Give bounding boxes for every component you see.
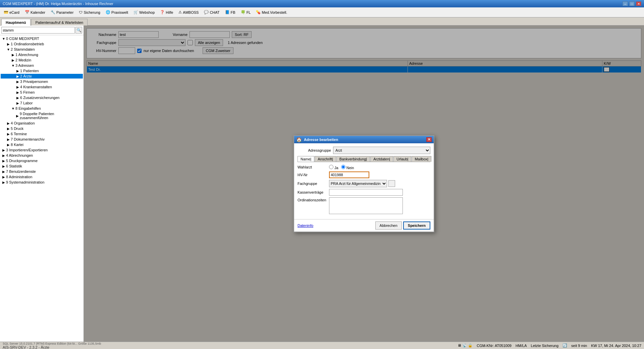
tree-expander-abrech: ▶ <box>1 154 6 157</box>
title-bar: CGM MEDXPERT - (HM) Dr. Helga Musterärzt… <box>0 0 644 7</box>
tree-expander-aerzte: ▶ <box>15 74 20 78</box>
fl-icon: 🍀 <box>241 10 246 14</box>
sidebar-item-abr[interactable]: ▶1 Abrechnung <box>1 52 83 57</box>
ordinationszeiten-label: Ordinationszeiten <box>298 197 328 202</box>
tree-expander-benutzer: ▶ <box>1 170 6 173</box>
adressgruppe-select[interactable]: Arzt <box>333 147 430 154</box>
sidebar-item-doppel[interactable]: ▶9 Doppelte Patienten zusammenführen <box>1 111 83 120</box>
tree-label-termine: 6 Termine <box>11 132 27 136</box>
tree-expander-druckp: ▶ <box>1 159 6 163</box>
sidebar-item-aerzte[interactable]: ▶2 Ärzte <box>1 73 83 79</box>
sidebar-item-druckp[interactable]: ▶5 Druckprogramme <box>1 158 83 163</box>
sidebar-item-abrech[interactable]: ▶4 Abrechnungen <box>1 153 83 158</box>
wahlarzt-ja-label: Ja <box>329 165 338 170</box>
fachgruppe-modal-label: Fachgruppe <box>298 182 328 186</box>
fachgruppe-modal-select[interactable]: PRA Arzt für Allgemeinmedizin <box>329 180 387 187</box>
tree-expander-pat: ▶ <box>15 69 20 73</box>
sidebar-item-doku[interactable]: ▶7 Dokumentenarchiv <box>1 137 83 142</box>
tree-expander-doku: ▶ <box>6 138 11 141</box>
fl-button[interactable]: 🍀 FL <box>238 8 253 16</box>
sidebar-item-labor[interactable]: ▶7 Labor <box>1 100 83 106</box>
sidebar-item-firmen[interactable]: ▶5 Firmen <box>1 90 83 95</box>
sidebar-item-statistik[interactable]: ▶6 Statistik <box>1 163 83 169</box>
dateninfo-link[interactable]: Dateninfo <box>298 223 313 228</box>
sidebar-search-input[interactable] <box>1 27 75 34</box>
tree-expander-zusatz: ▶ <box>15 96 20 100</box>
sidebar-item-root[interactable]: ▼0 CGM MEDXPERT <box>1 36 83 41</box>
tree-expander-priv: ▶ <box>15 80 20 84</box>
tree-label-zusatz: 6 Zusatzversicherungen <box>20 96 59 100</box>
ordinationszeiten-textarea[interactable] <box>329 197 403 214</box>
sidebar-item-kranken[interactable]: ▶4 Krankenanstalten <box>1 84 83 90</box>
kassenvertraege-input[interactable] <box>329 189 403 196</box>
sidebar-item-druck[interactable]: ▶5 Druck <box>1 126 83 131</box>
address-edit-modal: 🏠 Adresse bearbeiten ✕ Adressgruppe Arzt <box>293 135 434 232</box>
sicherung-button[interactable]: 🛡 Sicherung <box>76 8 103 16</box>
tab-bar: Hauptmenü Patientenaufruf & Wartelisten <box>0 17 644 26</box>
tree-label-druck: 5 Druck <box>11 127 23 131</box>
sidebar-item-org[interactable]: ▶4 Organisation <box>1 120 83 126</box>
hm-la: HM/LA <box>516 344 527 348</box>
hilfe-button[interactable]: ❓ Hilfe <box>158 8 175 16</box>
tree-expander-admin: ▶ <box>1 175 6 179</box>
sidebar-item-stamm[interactable]: ▼2 Stammdaten <box>1 47 83 52</box>
modal-tab-name[interactable]: Name| <box>298 156 314 162</box>
amboss-button[interactable]: ⚠ AMBOSS <box>176 8 201 16</box>
save-button[interactable]: Speichern <box>403 221 430 230</box>
navigation-tree: ▼0 CGM MEDXPERT▶1 Ordinationsbetrieb▼2 S… <box>0 35 84 342</box>
hilfe-icon: ❓ <box>160 10 165 14</box>
tree-expander-eingabe: ▼ <box>11 107 15 110</box>
chat-button[interactable]: 💬 CHAT <box>202 8 222 16</box>
sidebar-item-pat[interactable]: ▶1 Patienten <box>1 68 83 73</box>
sidebar-item-priv[interactable]: ▶3 Privatpersonen <box>1 79 83 84</box>
hvnr-input[interactable] <box>329 171 369 178</box>
wahlarzt-nein-label: Nein <box>341 165 354 170</box>
webshop-button[interactable]: 🛒 Webshop <box>131 8 157 16</box>
modal-title-icon: 🏠 <box>296 137 302 142</box>
sidebar-item-termine[interactable]: ▶6 Termine <box>1 131 83 137</box>
cgm-knr: CGM-KNr: AT051009 <box>477 344 512 348</box>
wahlarzt-ja-radio[interactable] <box>329 165 333 169</box>
minimize-button[interactable]: – <box>623 1 628 6</box>
sidebar-item-benutzer[interactable]: ▶7 Benutzerdienste <box>1 169 83 174</box>
tree-expander-labor: ▶ <box>15 101 20 105</box>
modal-tab-arztdaten[interactable]: Arztdaten| <box>370 156 393 162</box>
sidebar-item-sysadmin[interactable]: ▶9 Systemadministration <box>1 180 83 185</box>
modal-tab-mailbox[interactable]: Mailbox| <box>412 156 431 162</box>
sidebar-item-med[interactable]: ▶2 Medizin <box>1 57 83 63</box>
sidebar-item-import[interactable]: ▶3 Importieren/Exportieren <box>1 147 83 153</box>
tree-expander-import: ▶ <box>1 148 6 152</box>
kalender-button[interactable]: 📅 Kalender <box>22 8 48 16</box>
sidebar-search-button[interactable]: 🔍 <box>75 27 82 34</box>
tab-hauptmenu[interactable]: Hauptmenü <box>1 19 31 26</box>
maximize-button[interactable]: □ <box>629 1 635 6</box>
sidebar-item-admin[interactable]: ▶8 Administration <box>1 174 83 180</box>
wahlarzt-nein-radio[interactable] <box>341 165 345 169</box>
sidebar-item-adr[interactable]: ▼3 Adressen <box>1 63 83 68</box>
fachgruppe-modal-button[interactable] <box>388 180 395 187</box>
modal-tab-urlaub[interactable]: Urlaub| <box>393 156 411 162</box>
window-controls: – □ ✕ <box>623 1 641 6</box>
tree-label-druckp: 5 Druckprogramme <box>6 159 38 163</box>
tree-label-eingabe: 8 Eingabehilfen <box>15 106 41 110</box>
parameter-button[interactable]: 🔧 Parameter <box>48 8 76 16</box>
sidebar-item-ord[interactable]: ▶1 Ordinationsbetrieb <box>1 41 83 47</box>
close-button[interactable]: ✕ <box>636 1 641 6</box>
modal-tab-bankverbindung[interactable]: Bankverbindung| <box>336 156 370 162</box>
ais-info: AIS-SRV-DEV - 2.3.2 - Ärzte <box>3 345 101 349</box>
sidebar-item-zusatz[interactable]: ▶6 Zusatzversicherungen <box>1 95 83 100</box>
sidebar-item-eingabe[interactable]: ▼8 Eingabehilfen <box>1 106 83 111</box>
ecard-button[interactable]: 💳 eCard <box>1 8 22 16</box>
praxiswelt-button[interactable]: 🌐 Praxiswelt <box>103 8 130 16</box>
status-icons: 🖥 📡 🔒 <box>458 343 473 348</box>
tree-label-abr: 1 Abrechnung <box>15 53 38 57</box>
medvorbestell-button[interactable]: 💊 Med.Vorbestell. <box>254 8 289 16</box>
fb-button[interactable]: 📘 FB <box>223 8 238 16</box>
tab-patientenaufruf[interactable]: Patientenaufruf & Wartelisten <box>31 19 88 26</box>
modal-close-button[interactable]: ✕ <box>426 137 432 142</box>
tree-label-org: 4 Organisation <box>11 121 35 125</box>
wahlarzt-label: Wahlarzt <box>298 165 328 169</box>
cancel-button[interactable]: Abbrechen <box>375 221 402 230</box>
modal-tab-anschrift[interactable]: Anschrift| <box>315 156 336 162</box>
sidebar-item-kartei[interactable]: ▶8 Kartei <box>1 142 83 147</box>
